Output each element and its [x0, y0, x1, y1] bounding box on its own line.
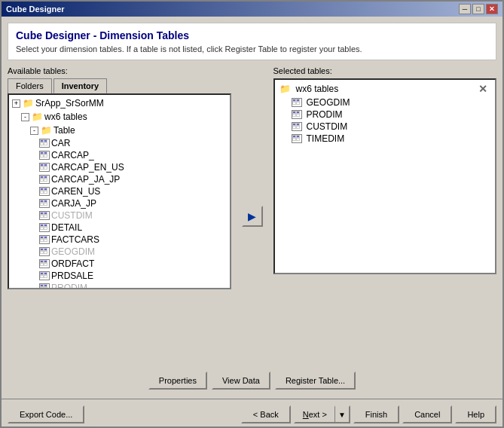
help-button[interactable]: Help	[455, 405, 496, 423]
tree-group-table[interactable]: - 📁 Table	[11, 124, 228, 137]
remove-button[interactable]: ✕	[475, 83, 490, 95]
table-row-icon	[39, 283, 50, 289]
tab-inventory[interactable]: Inventory	[53, 78, 108, 93]
right-panel: Selected tables: 📁 wx6 tables ✕ GEOGDIM	[273, 66, 497, 365]
list-item[interactable]: CUSTDIM	[11, 209, 228, 222]
table-row-icon	[39, 223, 50, 232]
list-item[interactable]: CARCAP_EN_US	[11, 161, 228, 173]
table-row-icon	[39, 139, 50, 148]
table-row-icon	[39, 187, 50, 196]
back-button[interactable]: < Back	[241, 405, 291, 423]
tree-root-label: SrApp_SrSorMM	[35, 98, 104, 109]
table-row-icon	[39, 271, 50, 280]
tree-group-wx6[interactable]: - 📁 wx6 tables	[11, 110, 228, 124]
selected-item-icon	[292, 98, 302, 107]
titlebar: Cube Designer ─ □ ✕	[2, 2, 502, 17]
list-item[interactable]: PRODIM	[11, 282, 228, 289]
main-panel: Available tables: Folders Inventory + 📁 …	[8, 66, 496, 365]
actions-row: Properties View Data Register Table...	[8, 371, 496, 390]
left-panel: Available tables: Folders Inventory + 📁 …	[8, 66, 231, 365]
next-dropdown-button[interactable]: ▼	[335, 405, 350, 423]
selected-tables-tree[interactable]: 📁 wx6 tables ✕ GEOGDIM PRODIM	[273, 78, 497, 274]
table-folder-icon: 📁	[40, 124, 52, 136]
close-button[interactable]: ✕	[486, 4, 498, 14]
titlebar-controls: ─ □ ✕	[459, 4, 498, 14]
list-item[interactable]: CARJA_JP	[11, 197, 228, 209]
content-area: Cube Designer - Dimension Tables Select …	[2, 17, 502, 396]
tree-group-wx6-label: wx6 tables	[44, 112, 87, 122]
properties-button[interactable]: Properties	[148, 371, 207, 390]
expand-wx6[interactable]: -	[21, 113, 29, 121]
selected-tables-label: Selected tables:	[273, 66, 497, 75]
footer: Export Code... < Back Next > ▼ Finish Ca…	[2, 399, 502, 426]
add-to-selected-button[interactable]: ▶	[242, 206, 263, 227]
available-tables-label: Available tables:	[8, 66, 231, 75]
selected-item-icon	[292, 110, 302, 119]
list-item[interactable]: CAREN_US	[11, 185, 228, 197]
main-window: Cube Designer ─ □ ✕ Cube Designer - Dime…	[0, 0, 504, 428]
tree-root[interactable]: + 📁 SrApp_SrSorMM	[11, 96, 228, 110]
list-item[interactable]: GEOGDIM	[11, 246, 228, 258]
list-item[interactable]: DETAIL	[11, 222, 228, 234]
selected-item[interactable]: GEOGDIM	[276, 96, 494, 109]
table-row-icon	[39, 211, 50, 220]
table-row-icon	[39, 175, 50, 184]
finish-button[interactable]: Finish	[353, 405, 399, 423]
tabs: Folders Inventory	[8, 78, 231, 93]
dialog-description: Select your dimension tables. If a table…	[16, 44, 488, 54]
dialog-title: Cube Designer - Dimension Tables	[16, 29, 488, 41]
selected-item-icon	[292, 122, 302, 131]
register-table-button[interactable]: Register Table...	[275, 371, 356, 390]
table-row-icon	[39, 235, 50, 244]
tab-folders[interactable]: Folders	[8, 78, 52, 93]
folder-icon: 📁	[22, 97, 34, 109]
arrow-right-icon: ▶	[248, 210, 256, 222]
table-row-icon	[39, 163, 50, 172]
selected-item-icon	[292, 134, 302, 143]
selected-item[interactable]: CUSTDIM	[276, 121, 494, 133]
wx6-folder-icon: 📁	[31, 111, 43, 123]
footer-left: Export Code...	[8, 405, 84, 423]
table-row-icon	[39, 247, 50, 256]
next-group: Next > ▼	[294, 405, 350, 423]
expand-table[interactable]: -	[30, 127, 38, 135]
list-item[interactable]: FACTCARS	[11, 234, 228, 246]
selected-folder-label: wx6 tables	[296, 84, 339, 94]
minimize-button[interactable]: ─	[459, 4, 471, 14]
list-item[interactable]: ORDFACT	[11, 258, 228, 270]
list-item[interactable]: CAR	[11, 137, 228, 149]
tree-group-table-label: Table	[53, 125, 75, 136]
list-item[interactable]: PRDSALE	[11, 270, 228, 282]
view-data-button[interactable]: View Data	[212, 371, 270, 390]
selected-folder: 📁 wx6 tables	[279, 83, 339, 95]
expand-root[interactable]: +	[12, 99, 20, 108]
available-tables-tree[interactable]: + 📁 SrApp_SrSorMM - 📁 wx6 tables -	[8, 93, 231, 289]
selected-folder-icon: 📁	[279, 83, 292, 95]
table-row-icon	[39, 151, 50, 160]
window-title: Cube Designer	[6, 5, 65, 14]
list-item[interactable]: CARCAP_JA_JP	[11, 173, 228, 185]
cancel-button[interactable]: Cancel	[402, 405, 452, 423]
selected-folder-row: 📁 wx6 tables ✕	[276, 81, 494, 96]
next-button[interactable]: Next >	[294, 405, 335, 423]
footer-right: < Back Next > ▼ Finish Cancel Help	[241, 405, 496, 423]
selected-item[interactable]: PRODIM	[276, 109, 494, 121]
maximize-button[interactable]: □	[472, 4, 484, 14]
table-row-icon	[39, 259, 50, 268]
table-row-icon	[39, 199, 50, 208]
selected-item[interactable]: TIMEDIM	[276, 133, 494, 145]
header-section: Cube Designer - Dimension Tables Select …	[8, 23, 496, 60]
list-item[interactable]: CARCAP_	[11, 149, 228, 161]
export-code-button[interactable]: Export Code...	[8, 405, 84, 423]
middle-controls: ▶	[237, 66, 267, 365]
